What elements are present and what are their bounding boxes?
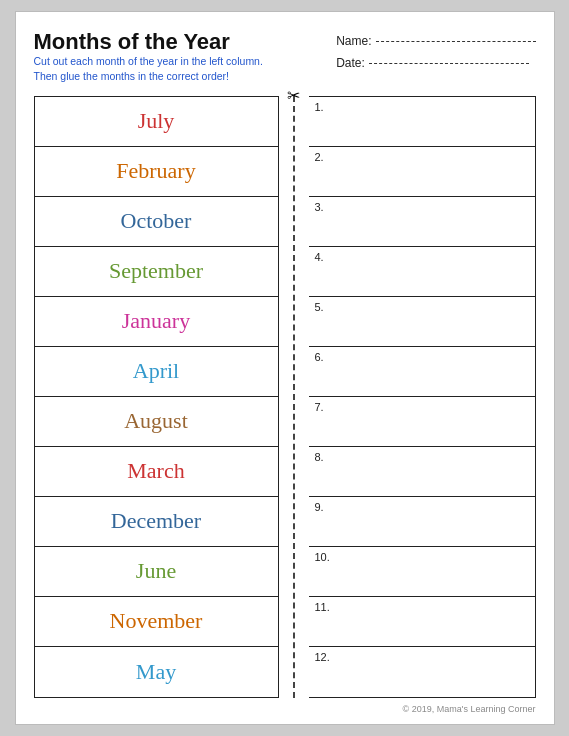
month-cell: February (35, 147, 278, 197)
month-cell: April (35, 347, 278, 397)
month-cell: August (35, 397, 278, 447)
name-label: Name: (336, 34, 371, 48)
month-cell: December (35, 497, 278, 547)
month-cell: November (35, 597, 278, 647)
page-title: Months of the Year (34, 30, 263, 54)
answer-column: 1.2.3.4.5.6.7.8.9.10.11.12. (309, 96, 536, 698)
month-cell: June (35, 547, 278, 597)
number-cell: 6. (309, 347, 535, 397)
date-input-line (369, 63, 529, 64)
month-cell: September (35, 247, 278, 297)
name-date-block: Name: Date: (336, 34, 535, 70)
number-cell: 4. (309, 247, 535, 297)
date-row: Date: (336, 56, 535, 70)
number-cell: 7. (309, 397, 535, 447)
dashed-line-vertical (293, 96, 295, 698)
month-cell: October (35, 197, 278, 247)
number-cell: 5. (309, 297, 535, 347)
instructions-block: Cut out each month of the year in the le… (34, 54, 263, 83)
header-row: Months of the Year Cut out each month of… (34, 30, 536, 92)
number-cell: 1. (309, 97, 535, 147)
number-cell: 9. (309, 497, 535, 547)
month-cell: May (35, 647, 278, 697)
months-column: JulyFebruaryOctoberSeptemberJanuaryApril… (34, 96, 279, 698)
number-cell: 11. (309, 597, 535, 647)
main-content: JulyFebruaryOctoberSeptemberJanuaryApril… (34, 96, 536, 698)
number-cell: 10. (309, 547, 535, 597)
copyright-text: © 2019, Mama's Learning Corner (34, 704, 536, 714)
number-cell: 3. (309, 197, 535, 247)
number-cell: 8. (309, 447, 535, 497)
instruction-line2: Then glue the months in the correct orde… (34, 69, 263, 84)
instruction-line1: Cut out each month of the year in the le… (34, 54, 263, 69)
month-cell: July (35, 97, 278, 147)
number-cell: 12. (309, 647, 535, 697)
worksheet-page: Months of the Year Cut out each month of… (15, 11, 555, 725)
name-input-line (376, 41, 536, 42)
month-cell: March (35, 447, 278, 497)
cut-divider: ✂ (279, 96, 309, 698)
scissors-icon: ✂ (287, 86, 300, 105)
number-cell: 2. (309, 147, 535, 197)
name-row: Name: (336, 34, 535, 48)
title-block: Months of the Year Cut out each month of… (34, 30, 263, 92)
date-label: Date: (336, 56, 365, 70)
month-cell: January (35, 297, 278, 347)
